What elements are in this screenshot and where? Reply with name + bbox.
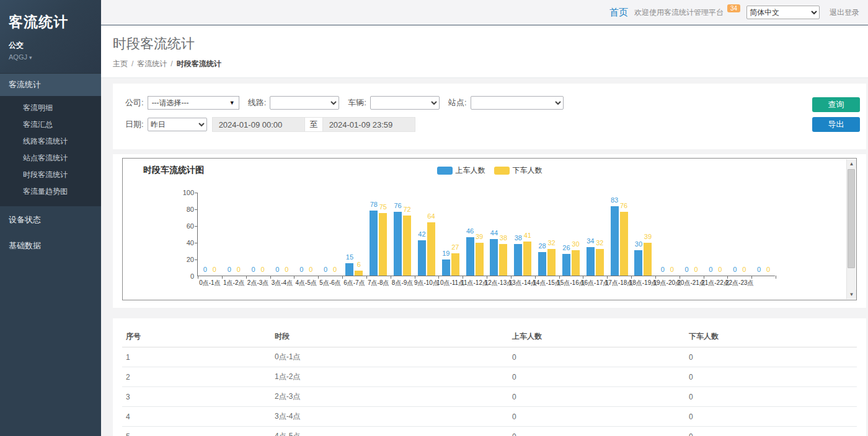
breadcrumb-separator: / xyxy=(170,59,172,68)
bar-value-label: 27 xyxy=(451,243,459,251)
bar-boarding xyxy=(514,244,522,276)
sidebar-item-0-1[interactable]: 客流汇总 xyxy=(0,116,101,133)
table-row: 10点-1点00 xyxy=(122,347,857,367)
table-row: 21点-2点00 xyxy=(122,367,857,387)
bar-value-label: 0 xyxy=(733,266,737,273)
bar-value-label: 19 xyxy=(442,250,450,257)
language-select[interactable]: 简体中文 xyxy=(746,6,820,19)
y-axis-tick xyxy=(195,193,198,193)
org-code-dropdown[interactable]: AQGJ▾ xyxy=(9,53,92,61)
logout-link[interactable]: 退出登录 xyxy=(830,7,859,18)
bar-value-label: 0 xyxy=(757,266,761,273)
table-cell: 2 xyxy=(122,367,271,387)
table-row: 54点-5点00 xyxy=(122,427,857,436)
x-axis-label: 22点-23点 xyxy=(725,279,754,287)
chart-panel: 时段车流统计图 上车人数下车人数 0204060801000点-1点001点-2… xyxy=(113,154,866,308)
sidebar-section-1[interactable]: 设备状态 xyxy=(0,207,101,232)
x-axis-label: 4点-5点 xyxy=(296,279,317,287)
data-table: 序号时段上车人数下车人数 10点-1点0021点-2点0032点-3点0043点… xyxy=(122,326,857,436)
chevron-down-icon: ▾ xyxy=(29,54,32,61)
sidebar-logo-block: 客流统计 公交 AQGJ▾ xyxy=(0,0,101,73)
bar-value-label: 76 xyxy=(394,202,401,209)
table-header-cell: 下车人数 xyxy=(685,326,857,347)
x-axis-tick xyxy=(366,276,367,279)
scroll-down-icon[interactable]: ▼ xyxy=(847,290,856,299)
x-axis-tick xyxy=(391,276,391,279)
y-axis-tick-label: 80 xyxy=(175,206,194,213)
bar-value-label: 38 xyxy=(515,234,522,242)
table-cell: 0 xyxy=(685,387,857,407)
export-button[interactable]: 导出 xyxy=(812,117,860,132)
sidebar-item-0-2[interactable]: 线路客流统计 xyxy=(0,133,101,150)
date-preset-select[interactable]: 昨日 xyxy=(148,118,207,131)
x-axis-tick xyxy=(294,276,294,279)
bar-value-label: 0 xyxy=(718,266,722,273)
breadcrumb-separator: / xyxy=(131,59,133,68)
bar-value-label: 32 xyxy=(596,239,603,246)
sidebar-item-0-4[interactable]: 时段客流统计 xyxy=(0,167,101,183)
bar-alighting xyxy=(572,250,580,276)
page-header: 时段客流统计 主页/客流统计/时段客流统计 xyxy=(101,25,868,78)
bar-alighting xyxy=(379,213,387,276)
bar-boarding xyxy=(490,239,498,276)
x-axis-label: 7点-8点 xyxy=(368,279,389,287)
x-axis-tick xyxy=(342,276,343,279)
y-axis-tick-label: 60 xyxy=(175,222,194,230)
x-axis-label: 0点-1点 xyxy=(199,279,220,287)
table-cell: 3 xyxy=(122,387,271,407)
date-from-input[interactable] xyxy=(212,117,305,132)
legend-item-1[interactable]: 下车人数 xyxy=(494,165,542,176)
table-cell: 0 xyxy=(685,367,857,387)
scroll-up-icon[interactable]: ▲ xyxy=(847,159,856,168)
station-select[interactable] xyxy=(471,96,564,110)
bar-value-label: 83 xyxy=(611,196,618,204)
x-axis-label: 8点-9点 xyxy=(392,279,413,287)
bar-value-label: 0 xyxy=(213,266,216,273)
sidebar-item-0-0[interactable]: 客流明细 xyxy=(0,100,101,116)
date-range-to-label: 至 xyxy=(305,117,322,132)
date-to-input[interactable] xyxy=(322,117,415,132)
company-label: 公司: xyxy=(125,97,144,108)
home-link[interactable]: 首页 xyxy=(609,7,628,19)
bar-value-label: 0 xyxy=(324,266,327,273)
bar-value-label: 44 xyxy=(490,229,498,237)
bar-value-label: 76 xyxy=(620,202,627,209)
notification-badge[interactable]: 34 xyxy=(727,4,740,12)
table-cell: 4点-5点 xyxy=(271,427,508,436)
bar-boarding xyxy=(418,240,426,276)
scrollbar-thumb[interactable] xyxy=(848,169,855,268)
y-axis-tick xyxy=(195,209,198,210)
legend-item-0[interactable]: 上车人数 xyxy=(437,165,485,176)
x-axis-label: 2点-3点 xyxy=(247,279,268,287)
y-axis-tick xyxy=(195,226,198,227)
bar-value-label: 0 xyxy=(766,266,770,273)
company-select[interactable]: ---请选择--- ▼ xyxy=(148,96,239,110)
sidebar-section-2[interactable]: 基础数据 xyxy=(0,233,101,258)
sidebar-item-0-3[interactable]: 站点客流统计 xyxy=(0,150,101,167)
caret-down-icon: ▼ xyxy=(229,100,235,106)
table-cell: 1点-2点 xyxy=(271,367,508,387)
y-axis-tick xyxy=(195,243,198,243)
breadcrumb-item[interactable]: 客流统计 xyxy=(137,59,167,68)
sidebar-section-0[interactable]: 客流统计 xyxy=(0,73,101,96)
chart-scrollbar[interactable]: ▲ ▼ xyxy=(846,159,856,299)
sidebar-item-0-5[interactable]: 客流量趋势图 xyxy=(0,183,101,200)
query-button[interactable]: 查询 xyxy=(812,97,860,112)
bar-alighting xyxy=(476,243,484,276)
bar-alighting xyxy=(547,249,556,276)
table-cell: 0 xyxy=(508,347,685,367)
vehicle-select[interactable] xyxy=(370,96,440,110)
bar-value-label: 0 xyxy=(709,266,712,273)
bar-alighting xyxy=(355,271,363,276)
filter-panel: 公司: ---请选择--- ▼ 线路: 车辆: 站点: 日期: 昨日 xyxy=(113,84,866,149)
line-select[interactable] xyxy=(270,96,339,110)
bar-alighting xyxy=(499,244,507,276)
table-cell: 0 xyxy=(508,367,685,387)
table-cell: 4 xyxy=(122,407,271,427)
table-cell: 1 xyxy=(122,347,271,367)
x-axis-tick xyxy=(318,276,319,279)
bar-boarding xyxy=(562,254,570,276)
bar-boarding xyxy=(442,259,450,276)
bar-alighting xyxy=(403,216,411,276)
breadcrumb-item[interactable]: 主页 xyxy=(113,59,128,68)
